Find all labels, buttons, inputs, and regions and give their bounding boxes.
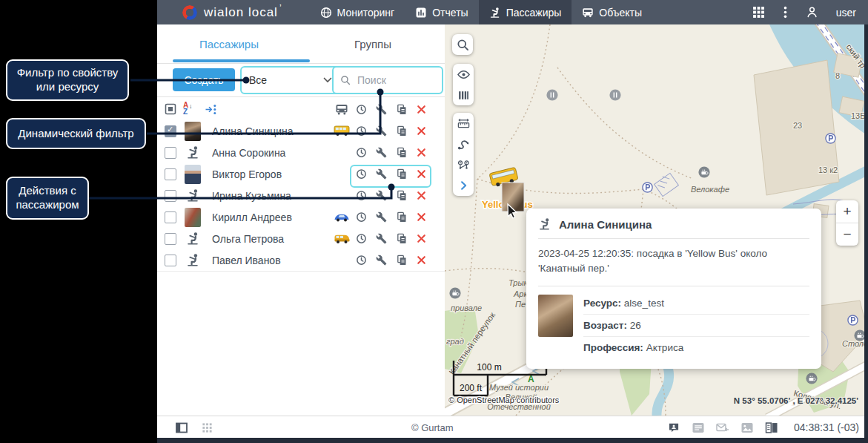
dynamic-filter-icon[interactable] [205, 103, 217, 116]
row-checkbox[interactable] [165, 255, 176, 266]
passenger-name[interactable]: Ольга Петрова [212, 233, 331, 245]
select-all-icon[interactable] [165, 103, 176, 115]
row-checkbox[interactable] [165, 125, 176, 137]
chat-icon[interactable] [667, 422, 680, 433]
delete-button[interactable] [411, 234, 431, 243]
table-row[interactable]: Ольга Петрова [157, 228, 445, 250]
copy-button[interactable] [391, 211, 411, 223]
properties-button[interactable] [371, 147, 391, 158]
column-copy-icon[interactable] [391, 104, 411, 115]
delete-button[interactable] [411, 169, 431, 179]
map-search-button[interactable] [452, 34, 473, 55]
panel-tabs: Пассажиры Группы [157, 24, 445, 64]
history-button[interactable] [351, 190, 371, 201]
mail-icon[interactable] [716, 422, 729, 433]
table-row[interactable]: Виктор Егоров [157, 163, 445, 186]
delete-button[interactable] [411, 255, 431, 265]
column-history-icon[interactable] [351, 104, 371, 115]
passenger-name[interactable]: Анна Сорокина [212, 147, 331, 159]
passenger-name[interactable]: Ирина Кузьмина [212, 190, 331, 202]
properties-button[interactable] [371, 125, 391, 137]
table-row[interactable]: Алина Синицина [157, 120, 445, 142]
kebab-menu-icon[interactable] [783, 6, 788, 19]
apps-grid-icon[interactable] [752, 6, 765, 19]
properties-button[interactable] [371, 255, 391, 266]
passenger-icon [186, 232, 200, 246]
map-visibility-button[interactable] [453, 64, 474, 85]
passenger-name[interactable]: Виктор Егоров [212, 168, 331, 180]
tooltip-title: Алина Синицина [559, 218, 652, 231]
tab-passengers[interactable]: Пассажиры [157, 24, 301, 63]
nav-monitoring[interactable]: Мониторинг [310, 0, 405, 24]
nav-monitoring-label: Мониторинг [337, 7, 395, 19]
row-checkbox[interactable] [165, 147, 176, 159]
ruler-button[interactable] [453, 113, 474, 134]
table-row[interactable]: Анна Сорокина [157, 142, 445, 164]
history-button[interactable] [351, 125, 371, 137]
nav-passengers[interactable]: Пассажиры [479, 0, 572, 24]
markers-button[interactable] [453, 154, 474, 175]
property-filter-dropdown[interactable]: Все [240, 66, 341, 94]
copy-button[interactable] [391, 147, 411, 158]
gurtam-copyright: © Gurtam [411, 416, 454, 439]
table-row[interactable]: Павел Иванов [157, 249, 445, 272]
copy-button[interactable] [391, 255, 411, 266]
table-row[interactable]: Ирина Кузьмина [157, 185, 445, 207]
panel-layout-icon[interactable] [176, 422, 188, 433]
copy-button[interactable] [391, 233, 411, 244]
properties-button[interactable] [371, 190, 391, 201]
delete-button[interactable] [411, 191, 431, 200]
column-properties-icon[interactable] [371, 104, 391, 115]
properties-button[interactable] [371, 211, 391, 223]
tab-groups[interactable]: Группы [301, 24, 445, 63]
active-tab-underline [173, 59, 310, 62]
nav-units[interactable]: Объекты [572, 0, 652, 24]
history-button[interactable] [351, 168, 371, 180]
row-checkbox[interactable] [165, 168, 176, 180]
nav-reports[interactable]: Отчеты [405, 0, 478, 24]
history-button[interactable] [351, 147, 371, 158]
sort-az-icon[interactable]: A↓Z [183, 102, 196, 117]
search-input[interactable] [356, 73, 418, 87]
building-label-13k2: 13 к2 [818, 165, 838, 174]
chevron-down-icon [323, 77, 332, 83]
copy-button[interactable] [391, 190, 411, 201]
zoom-out-button[interactable]: − [836, 223, 858, 246]
delete-button[interactable] [411, 212, 431, 222]
history-button[interactable] [351, 211, 371, 223]
delete-button[interactable] [411, 148, 431, 157]
history-button[interactable] [351, 233, 371, 244]
passenger-name[interactable]: Кирилл Андреев [212, 211, 331, 223]
passenger-photo-marker[interactable] [502, 183, 524, 211]
row-checkbox[interactable] [165, 233, 176, 245]
properties-button[interactable] [371, 168, 391, 180]
route-button[interactable] [453, 134, 474, 154]
markers-icon [457, 159, 470, 171]
copy-button[interactable] [391, 168, 411, 180]
row-checkbox[interactable] [165, 211, 176, 223]
expand-button[interactable] [453, 175, 474, 196]
media-icon[interactable] [741, 422, 754, 433]
passenger-icon [186, 253, 200, 267]
column-delete-icon[interactable] [411, 105, 431, 114]
copy-button[interactable] [391, 125, 411, 137]
dynamic-search-field[interactable] [332, 66, 443, 94]
notes-icon[interactable] [692, 422, 705, 433]
dashboard-grid-icon[interactable] [202, 422, 213, 433]
properties-button[interactable] [371, 233, 391, 244]
zoom-in-button[interactable]: + [836, 200, 858, 223]
split-view-icon[interactable] [765, 422, 778, 433]
user-name[interactable]: user [836, 7, 856, 19]
passenger-name[interactable]: Алина Синицина [212, 125, 331, 137]
create-button[interactable]: Создать [173, 68, 235, 91]
passenger-tooltip: Алина Синицина 2023-04-25 12:20:35: поса… [526, 209, 821, 369]
column-vehicle-icon[interactable] [331, 104, 351, 115]
row-checkbox[interactable] [165, 190, 176, 202]
passenger-name[interactable]: Павел Иванов [212, 255, 331, 266]
history-button[interactable] [351, 255, 371, 266]
table-row[interactable]: Кирилл Андреев [157, 206, 445, 229]
user-icon[interactable] [806, 6, 818, 19]
map-layers-button[interactable] [453, 85, 474, 105]
avatar [185, 122, 201, 141]
delete-button[interactable] [411, 126, 431, 136]
